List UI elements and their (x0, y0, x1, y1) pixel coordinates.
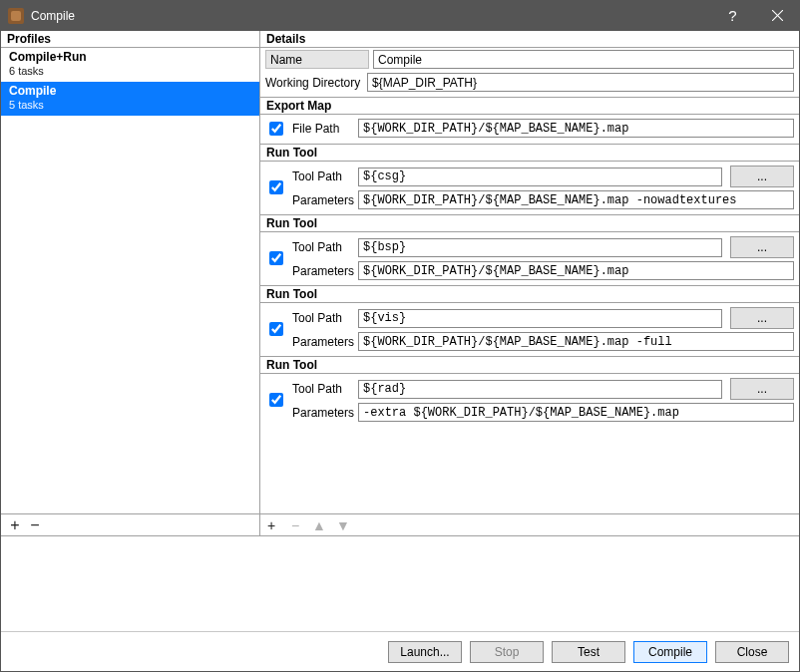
task-row: Parameters (292, 403, 794, 422)
move-down-button[interactable]: ▼ (336, 517, 350, 533)
field-label: Tool Path (292, 169, 354, 183)
parameters-input[interactable] (358, 403, 794, 422)
task-row: Tool Path... (292, 166, 794, 187)
details-toolbar: + − ▲ ▼ (260, 513, 799, 535)
task-row: Tool Path... (292, 307, 794, 329)
profiles-toolbar: + − (1, 513, 259, 535)
name-label: Name (270, 53, 364, 67)
profile-item[interactable]: Compile+Run6 tasks (1, 48, 259, 82)
profiles-panel: Profiles Compile+Run6 tasksCompile5 task… (1, 31, 260, 535)
field-label: Tool Path (292, 382, 354, 396)
task-block: Tool Path...Parameters (260, 232, 799, 282)
name-row: Name (260, 48, 799, 71)
tool-path-input[interactable] (358, 380, 722, 399)
remove-task-button[interactable]: − (288, 517, 302, 533)
task-block: Tool Path...Parameters (260, 374, 799, 424)
profile-tasks: 6 tasks (9, 65, 251, 79)
bottom-buttons: Launch... Stop Test Compile Close (1, 632, 799, 671)
parameters-input[interactable] (358, 190, 794, 209)
remove-profile-button[interactable]: − (25, 516, 45, 534)
profile-item[interactable]: Compile5 tasks (1, 82, 259, 116)
group-header: Run Tool (260, 144, 799, 162)
task-block: Tool Path...Parameters (260, 303, 799, 353)
launch-button[interactable]: Launch... (388, 641, 462, 663)
file-path-input[interactable] (358, 119, 794, 138)
field-label: Parameters (292, 406, 354, 420)
task-row: Parameters (292, 261, 794, 280)
profile-name: Compile (9, 84, 251, 99)
close-window-button[interactable] (755, 0, 800, 31)
task-block: Tool Path...Parameters (260, 162, 799, 211)
stop-button[interactable]: Stop (470, 641, 544, 663)
profiles-header: Profiles (1, 31, 259, 48)
help-button[interactable]: ? (710, 0, 755, 31)
profile-name: Compile+Run (9, 50, 251, 65)
field-label: Parameters (292, 193, 354, 207)
close-button[interactable]: Close (715, 641, 789, 663)
task-row: Tool Path... (292, 378, 794, 400)
task-enabled-checkbox[interactable] (269, 251, 283, 265)
browse-button[interactable]: ... (730, 236, 794, 258)
field-label: Parameters (292, 264, 354, 278)
parameters-input[interactable] (358, 261, 794, 280)
task-block: File Path (260, 115, 799, 141)
group-header: Export Map (260, 97, 799, 115)
group-header: Run Tool (260, 285, 799, 303)
workdir-input[interactable] (367, 73, 794, 92)
workdir-label: Working Directory (265, 76, 363, 90)
output-log[interactable] (1, 536, 799, 632)
field-label: Tool Path (292, 311, 354, 325)
add-task-button[interactable]: + (264, 517, 278, 533)
app-icon (8, 8, 24, 24)
compile-button[interactable]: Compile (633, 641, 707, 663)
details-body: Name Working Directory Export MapFile Pa… (260, 48, 799, 513)
add-profile-button[interactable]: + (5, 516, 25, 534)
field-label: Tool Path (292, 240, 354, 254)
task-row: Parameters (292, 190, 794, 209)
group-header: Run Tool (260, 356, 799, 374)
field-label: File Path (292, 122, 354, 136)
tool-path-input[interactable] (358, 238, 722, 257)
task-enabled-checkbox[interactable] (269, 322, 283, 336)
name-input[interactable] (373, 50, 794, 69)
group-header: Run Tool (260, 214, 799, 232)
workdir-row: Working Directory (260, 71, 799, 94)
test-button[interactable]: Test (552, 641, 625, 663)
details-panel: Details Name Working Directory Export Ma… (260, 31, 799, 535)
task-row: Parameters (292, 332, 794, 351)
parameters-input[interactable] (358, 332, 794, 351)
tool-path-input[interactable] (358, 168, 722, 186)
browse-button[interactable]: ... (730, 307, 794, 329)
field-label: Parameters (292, 335, 354, 349)
details-header: Details (260, 31, 799, 48)
tool-path-input[interactable] (358, 309, 722, 328)
window-title: Compile (31, 9, 75, 23)
task-enabled-checkbox[interactable] (269, 122, 283, 136)
move-up-button[interactable]: ▲ (312, 517, 326, 533)
task-enabled-checkbox[interactable] (269, 180, 283, 194)
titlebar: Compile ? (0, 0, 800, 31)
profiles-list[interactable]: Compile+Run6 tasksCompile5 tasks (1, 48, 259, 513)
browse-button[interactable]: ... (730, 166, 794, 187)
profile-tasks: 5 tasks (9, 99, 251, 113)
task-row: Tool Path... (292, 236, 794, 258)
task-row: File Path (292, 119, 794, 138)
browse-button[interactable]: ... (730, 378, 794, 400)
task-enabled-checkbox[interactable] (269, 393, 283, 407)
